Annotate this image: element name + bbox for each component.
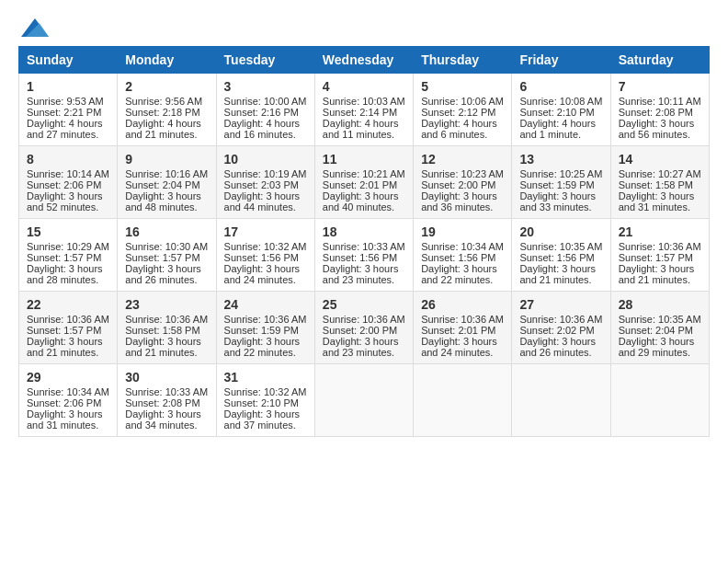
weekday-sunday: Sunday [19,47,118,74]
logo [18,18,49,37]
sunrise: Sunrise: 10:11 AM [619,96,701,107]
day-number: 9 [125,152,208,167]
sunset: Sunset: 1:57 PM [619,252,693,263]
day-number: 18 [323,224,405,239]
sunrise: Sunrise: 10:33 AM [125,386,208,397]
week-row-5: 29Sunrise: 10:34 AMSunset: 2:06 PMDaylig… [19,364,710,437]
sunset: Sunset: 2:14 PM [323,107,397,118]
day-number: 21 [619,224,701,239]
calendar-cell: 7Sunrise: 10:11 AMSunset: 2:08 PMDayligh… [610,74,709,146]
daylight: Daylight: 3 hours and 23 minutes. [323,336,399,358]
sunrise: Sunrise: 10:08 AM [519,96,602,107]
sunset: Sunset: 2:01 PM [323,179,397,190]
daylight: Daylight: 4 hours and 16 minutes. [224,118,301,140]
daylight: Daylight: 3 hours and 21 minutes. [125,336,201,358]
calendar-cell: 1Sunrise: 9:53 AMSunset: 2:21 PMDaylight… [19,74,118,146]
sunrise: Sunrise: 10:29 AM [27,241,109,252]
day-number: 8 [27,152,109,167]
sunset: Sunset: 2:06 PM [27,179,101,190]
day-number: 27 [519,297,602,312]
sunset: Sunset: 2:00 PM [323,325,397,336]
calendar-cell: 22Sunrise: 10:36 AMSunset: 1:57 PMDaylig… [19,292,118,364]
day-number: 26 [421,297,504,312]
daylight: Daylight: 3 hours and 22 minutes. [421,263,497,285]
sunrise: Sunrise: 10:32 AM [224,386,307,397]
daylight: Daylight: 3 hours and 52 minutes. [27,190,103,213]
daylight: Daylight: 4 hours and 21 minutes. [125,118,201,140]
daylight: Daylight: 3 hours and 37 minutes. [224,408,301,431]
sunset: Sunset: 2:10 PM [224,397,299,408]
sunset: Sunset: 2:16 PM [224,107,299,118]
week-row-4: 22Sunrise: 10:36 AMSunset: 1:57 PMDaylig… [19,292,710,364]
daylight: Daylight: 4 hours and 27 minutes. [27,118,103,140]
daylight: Daylight: 3 hours and 48 minutes. [125,190,201,213]
calendar-cell: 13Sunrise: 10:25 AMSunset: 1:59 PMDaylig… [512,146,610,219]
day-number: 1 [27,79,109,94]
calendar-cell [610,364,709,437]
calendar-cell: 29Sunrise: 10:34 AMSunset: 2:06 PMDaylig… [19,364,118,437]
sunrise: Sunrise: 10:36 AM [27,314,109,325]
weekday-saturday: Saturday [610,47,709,74]
calendar-cell: 10Sunrise: 10:19 AMSunset: 2:03 PMDaylig… [216,146,314,219]
day-number: 23 [125,297,208,312]
day-number: 16 [125,224,208,239]
header [18,18,710,37]
daylight: Daylight: 3 hours and 36 minutes. [421,190,497,213]
day-number: 3 [224,79,307,94]
daylight: Daylight: 3 hours and 21 minutes. [519,263,596,285]
daylight: Daylight: 3 hours and 21 minutes. [619,263,695,285]
sunrise: Sunrise: 10:36 AM [125,314,208,325]
sunset: Sunset: 1:58 PM [125,325,199,336]
calendar-cell [314,364,413,437]
sunrise: Sunrise: 10:21 AM [323,168,405,179]
sunrise: Sunrise: 10:35 AM [519,241,602,252]
sunrise: Sunrise: 10:36 AM [619,241,701,252]
sunset: Sunset: 1:58 PM [619,179,693,190]
calendar-cell: 12Sunrise: 10:23 AMSunset: 2:00 PMDaylig… [414,146,512,219]
weekday-wednesday: Wednesday [314,47,413,74]
day-number: 19 [421,224,504,239]
sunset: Sunset: 2:02 PM [519,325,594,336]
sunrise: Sunrise: 10:06 AM [421,96,504,107]
day-number: 15 [27,224,109,239]
sunrise: Sunrise: 10:27 AM [619,168,701,179]
day-number: 20 [519,224,602,239]
daylight: Daylight: 3 hours and 31 minutes. [27,408,103,431]
calendar-cell: 20Sunrise: 10:35 AMSunset: 1:56 PMDaylig… [512,219,610,292]
day-number: 25 [323,297,405,312]
day-number: 2 [125,79,208,94]
daylight: Daylight: 3 hours and 44 minutes. [224,190,301,213]
day-number: 11 [323,152,405,167]
calendar-cell: 8Sunrise: 10:14 AMSunset: 2:06 PMDayligh… [19,146,118,219]
sunrise: Sunrise: 10:16 AM [125,168,208,179]
calendar-cell: 30Sunrise: 10:33 AMSunset: 2:08 PMDaylig… [118,364,216,437]
daylight: Daylight: 3 hours and 56 minutes. [619,118,695,140]
daylight: Daylight: 3 hours and 28 minutes. [27,263,103,285]
sunrise: Sunrise: 10:30 AM [125,241,208,252]
sunset: Sunset: 2:08 PM [619,107,693,118]
day-number: 5 [421,79,504,94]
daylight: Daylight: 3 hours and 34 minutes. [125,408,201,431]
sunrise: Sunrise: 9:56 AM [125,96,202,107]
daylight: Daylight: 3 hours and 21 minutes. [27,336,103,358]
sunset: Sunset: 2:12 PM [421,107,495,118]
sunset: Sunset: 2:00 PM [421,179,495,190]
calendar-cell [512,364,610,437]
sunset: Sunset: 2:04 PM [619,325,693,336]
sunrise: Sunrise: 10:33 AM [323,241,405,252]
calendar-cell: 25Sunrise: 10:36 AMSunset: 2:00 PMDaylig… [314,292,413,364]
sunrise: Sunrise: 10:36 AM [224,314,307,325]
calendar-cell: 15Sunrise: 10:29 AMSunset: 1:57 PMDaylig… [19,219,118,292]
sunrise: Sunrise: 10:14 AM [27,168,109,179]
sunrise: Sunrise: 10:25 AM [519,168,602,179]
calendar-cell: 24Sunrise: 10:36 AMSunset: 1:59 PMDaylig… [216,292,314,364]
day-number: 4 [323,79,405,94]
sunset: Sunset: 1:56 PM [224,252,299,263]
sunset: Sunset: 2:10 PM [519,107,594,118]
sunset: Sunset: 1:56 PM [323,252,397,263]
day-number: 14 [619,152,701,167]
sunset: Sunset: 2:18 PM [125,107,199,118]
calendar-cell: 3Sunrise: 10:00 AMSunset: 2:16 PMDayligh… [216,74,314,146]
week-row-3: 15Sunrise: 10:29 AMSunset: 1:57 PMDaylig… [19,219,710,292]
day-number: 31 [224,370,307,385]
